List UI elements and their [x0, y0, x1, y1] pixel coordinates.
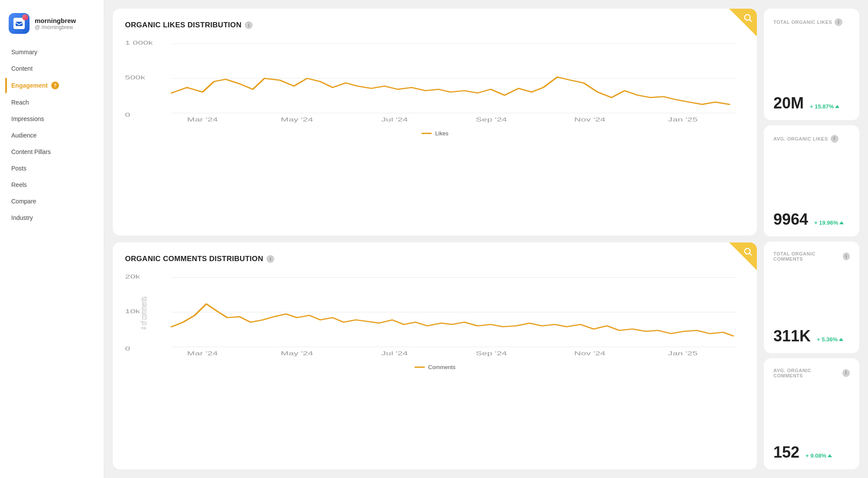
sidebar-label-audience: Audience — [11, 132, 36, 139]
logo-inner — [13, 18, 25, 29]
likes-legend-line — [421, 133, 432, 134]
svg-text:1 000k: 1 000k — [125, 39, 153, 46]
likes-chart-svg: 1 000k 500k 0 # of likes Mar '24 May '24… — [125, 38, 745, 125]
likes-info-icon[interactable]: i — [245, 21, 253, 29]
stat-value-row-avg-comments: 152 + 9.08% — [773, 443, 850, 462]
svg-text:Sep '24: Sep '24 — [476, 350, 507, 356]
sidebar-item-content[interactable]: Content — [5, 61, 99, 76]
stat-label-total-comments: TOTAL ORGANIC COMMENTS i — [773, 251, 850, 262]
main-content: ORGANIC LIKES DISTRIBUTION i 1 000k 500k… — [104, 0, 868, 478]
stat-card-total-likes: TOTAL ORGANIC LIKES i 20M + 15.87% — [764, 9, 859, 120]
sidebar-item-engagement[interactable]: Engagement ? — [5, 77, 99, 94]
sidebar-label-reach: Reach — [11, 99, 29, 106]
brand-handle: @ /morningbrew — [35, 24, 76, 30]
sidebar-item-summary[interactable]: Summary — [5, 44, 99, 60]
stat-change-avg-likes: + 19.96% — [814, 219, 844, 226]
svg-text:0: 0 — [125, 112, 130, 118]
sidebar-item-compare[interactable]: Compare — [5, 193, 99, 209]
arrow-up-total-likes — [835, 105, 839, 108]
svg-text:Jul '24: Jul '24 — [381, 350, 408, 356]
comments-chart-title: ORGANIC COMMENTS DISTRIBUTION i — [125, 255, 745, 263]
comments-info-icon[interactable]: i — [266, 255, 274, 263]
svg-text:Jan '25: Jan '25 — [668, 350, 698, 356]
total-comments-info-icon[interactable]: i — [843, 252, 850, 260]
sidebar-label-reels: Reels — [11, 181, 27, 188]
likes-chart-card: ORGANIC LIKES DISTRIBUTION i 1 000k 500k… — [113, 9, 757, 236]
svg-text:Nov '24: Nov '24 — [574, 350, 605, 356]
avg-comments-info-icon[interactable]: i — [842, 369, 850, 377]
stat-label-avg-comments: AVG. ORGANIC COMMENTS i — [773, 368, 850, 378]
sidebar-label-summary: Summary — [11, 49, 37, 56]
stat-card-avg-likes: AVG. ORGANIC LIKES i 9964 + 19.96% — [764, 125, 859, 237]
svg-text:Mar '24: Mar '24 — [187, 116, 218, 122]
sidebar: morningbrew @ /morningbrew Summary Conte… — [0, 0, 104, 478]
svg-text:10k: 10k — [125, 308, 140, 314]
total-likes-info-icon[interactable]: i — [835, 18, 842, 26]
likes-legend: Likes — [125, 130, 745, 137]
sidebar-item-reach[interactable]: Reach — [5, 95, 99, 110]
sidebar-label-industry: Industry — [11, 214, 33, 221]
sidebar-label-compare: Compare — [11, 198, 36, 205]
arrow-up-total-comments — [839, 338, 843, 341]
stat-value-total-likes: 20M — [773, 94, 804, 112]
sidebar-label-content: Content — [11, 65, 33, 72]
sidebar-item-audience[interactable]: Audience — [5, 128, 99, 143]
svg-text:Sep '24: Sep '24 — [476, 116, 507, 122]
stat-value-row-total-comments: 311K + 5.36% — [773, 327, 850, 345]
comments-chart-card: ORGANIC COMMENTS DISTRIBUTION i 20k 10k … — [113, 242, 757, 469]
comments-legend-label: Comments — [428, 364, 456, 370]
stat-change-total-likes: + 15.87% — [810, 103, 839, 110]
svg-line-2 — [750, 20, 751, 21]
stat-change-total-comments: + 5.36% — [817, 336, 843, 343]
brand-name: morningbrew — [35, 17, 76, 24]
sidebar-label-content-pillars: Content Pillars — [11, 148, 51, 155]
arrow-up-avg-comments — [828, 454, 832, 457]
likes-legend-label: Likes — [435, 130, 448, 137]
stat-card-total-comments: TOTAL ORGANIC COMMENTS i 311K + 5.36% — [764, 242, 859, 353]
sidebar-header: morningbrew @ /morningbrew — [0, 9, 104, 44]
active-indicator — [5, 78, 7, 93]
comments-chart-area: 20k 10k 0 # of comments Mar '24 May '24 … — [125, 272, 745, 359]
sidebar-item-content-pillars[interactable]: Content Pillars — [5, 144, 99, 160]
svg-text:Mar '24: Mar '24 — [187, 350, 218, 356]
svg-text:0: 0 — [125, 346, 130, 352]
svg-line-17 — [750, 253, 751, 255]
sidebar-item-posts[interactable]: Posts — [5, 160, 99, 176]
svg-rect-0 — [16, 22, 23, 26]
comments-legend-line — [414, 367, 425, 368]
sidebar-label-impressions: Impressions — [11, 115, 44, 122]
stat-label-total-likes: TOTAL ORGANIC LIKES i — [773, 18, 850, 26]
stat-value-total-comments: 311K — [773, 327, 811, 345]
arrow-up-avg-likes — [839, 221, 844, 224]
sidebar-item-impressions[interactable]: Impressions — [5, 111, 99, 127]
svg-text:500k: 500k — [125, 74, 145, 80]
likes-chart-area: 1 000k 500k 0 # of likes Mar '24 May '24… — [125, 38, 745, 125]
stats-section: TOTAL ORGANIC LIKES i 20M + 15.87% AVG. … — [764, 9, 859, 469]
stat-value-avg-comments: 152 — [773, 443, 799, 462]
svg-text:May '24: May '24 — [281, 350, 313, 356]
likes-chart-title: ORGANIC LIKES DISTRIBUTION i — [125, 21, 745, 29]
stat-card-avg-comments: AVG. ORGANIC COMMENTS i 152 + 9.08% — [764, 358, 859, 470]
avg-likes-info-icon[interactable]: i — [831, 135, 838, 143]
svg-text:Jan '25: Jan '25 — [668, 116, 698, 122]
stat-change-avg-comments: + 9.08% — [806, 452, 832, 459]
sidebar-item-industry[interactable]: Industry — [5, 210, 99, 226]
svg-text:Jul '24: Jul '24 — [381, 116, 408, 122]
charts-section: ORGANIC LIKES DISTRIBUTION i 1 000k 500k… — [113, 9, 757, 469]
brand-info: morningbrew @ /morningbrew — [35, 17, 76, 30]
sidebar-label-posts: Posts — [11, 165, 26, 172]
comments-legend: Comments — [125, 364, 745, 370]
comments-chart-svg: 20k 10k 0 # of comments Mar '24 May '24 … — [125, 272, 745, 359]
brand-logo — [9, 13, 30, 34]
svg-text:Nov '24: Nov '24 — [574, 116, 605, 122]
stat-value-row-avg-likes: 9964 + 19.96% — [773, 210, 850, 229]
sidebar-label-engagement: Engagement — [11, 82, 48, 89]
stat-value-row-total-likes: 20M + 15.87% — [773, 94, 850, 112]
svg-text:May '24: May '24 — [281, 116, 313, 122]
stat-value-avg-likes: 9964 — [773, 210, 808, 229]
engagement-badge: ? — [51, 82, 59, 89]
svg-text:# of comments: # of comments — [139, 297, 148, 330]
sidebar-nav: Summary Content Engagement ? Reach Impre… — [0, 44, 104, 226]
sidebar-item-reels[interactable]: Reels — [5, 177, 99, 193]
svg-text:20k: 20k — [125, 273, 140, 279]
